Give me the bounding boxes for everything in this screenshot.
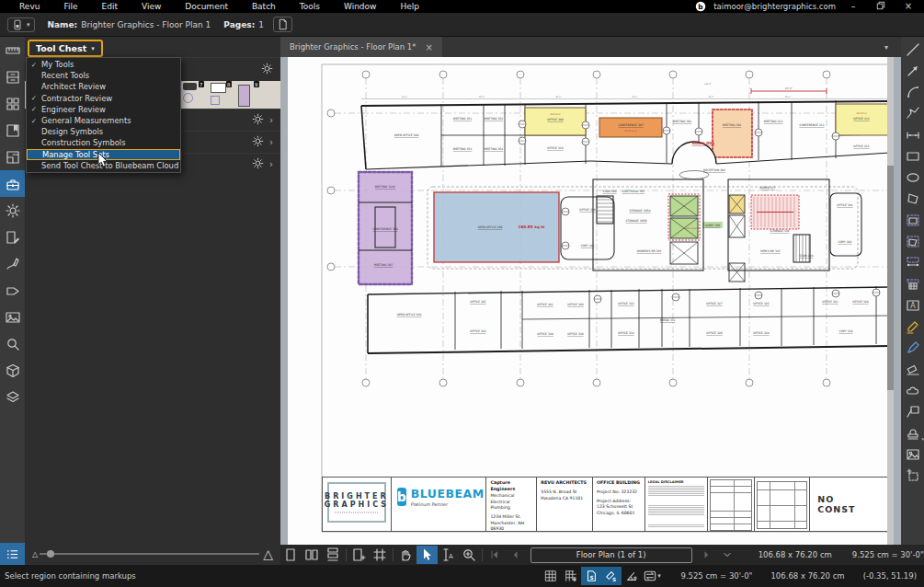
- vertical-scrollbar[interactable]: [887, 57, 894, 545]
- tool-line-button[interactable]: [901, 39, 924, 60]
- tool-chest-dropdown-button[interactable]: Tool Chest ▾: [28, 40, 103, 57]
- tool-polygon-button[interactable]: [901, 188, 924, 209]
- menu-item-construction-symbols[interactable]: Construction Symbols: [27, 137, 180, 148]
- single-page-button[interactable]: [280, 546, 302, 564]
- tool-polyline-button[interactable]: [901, 103, 924, 124]
- menu-item-engineer-review[interactable]: ✓Engineer Review: [27, 104, 180, 115]
- document-tab[interactable]: Brighter Graphics - Floor Plan 1* ×: [280, 37, 442, 57]
- document-canvas[interactable]: 30'-0"30'-0"30'-0"30'-0"30'-0"30'-0"210'…: [280, 57, 901, 545]
- panel-tab-tag-icon[interactable]: [0, 277, 25, 304]
- tool-chest-item[interactable]: 8: [211, 83, 229, 107]
- tool-sketch-rectangle-button[interactable]: [901, 210, 924, 231]
- scrollbar-thumb[interactable]: [887, 166, 894, 390]
- tool-callout-button[interactable]: [901, 401, 924, 422]
- panel-tab-search-icon[interactable]: [0, 330, 25, 357]
- menu-item-general-measurements[interactable]: ✓General Measurements: [27, 115, 180, 126]
- icon-size-slider[interactable]: [40, 553, 259, 555]
- menu-file[interactable]: File: [51, 2, 89, 11]
- page-indicator[interactable]: Floor Plan (1 of 1): [530, 547, 692, 563]
- minimize-button[interactable]: –: [843, 1, 863, 12]
- crop-page-button[interactable]: [370, 546, 391, 564]
- menu-document[interactable]: Document: [173, 2, 240, 11]
- status-snap-grid-toggle[interactable]: [561, 567, 581, 585]
- select-button[interactable]: [416, 546, 438, 564]
- gear-icon[interactable]: [261, 61, 273, 78]
- panel-tab-spaces-icon[interactable]: [0, 144, 25, 170]
- panel-tab-thumbnails-icon[interactable]: [0, 90, 25, 117]
- gear-icon[interactable]: [252, 133, 264, 151]
- tool-sketch-length-button[interactable]: [901, 252, 924, 273]
- tool-stamp-button[interactable]: ▾: [901, 422, 924, 443]
- slider-knob[interactable]: [47, 550, 54, 558]
- menu-item-recent-tools[interactable]: Recent Tools: [27, 70, 180, 81]
- select-text-button[interactable]: A: [438, 546, 459, 564]
- gear-icon[interactable]: [252, 155, 264, 173]
- menu-help[interactable]: Help: [388, 2, 431, 11]
- tool-sketch-area-button[interactable]: [901, 273, 924, 294]
- status-snap-markup-toggle[interactable]: S: [601, 567, 622, 585]
- restore-button[interactable]: [871, 1, 891, 13]
- markups-list-toggle-button[interactable]: [0, 543, 25, 565]
- menu-revu[interactable]: Revu: [7, 2, 51, 11]
- menu-item-contractor-review[interactable]: ✓Contractor Review: [27, 93, 180, 104]
- next-page-button[interactable]: [696, 546, 717, 564]
- status-grid-toggle[interactable]: [541, 567, 561, 585]
- menu-item-architect-review[interactable]: Architect Review: [27, 81, 180, 92]
- close-button[interactable]: ×: [898, 1, 918, 12]
- menu-window[interactable]: Window: [332, 2, 389, 11]
- create-pdf-button[interactable]: [273, 17, 292, 32]
- panel-tab-bookmark-icon[interactable]: [0, 117, 25, 144]
- menu-view[interactable]: View: [130, 2, 173, 11]
- status-snap-content-toggle[interactable]: S: [581, 567, 601, 585]
- tool-cloud-button[interactable]: [901, 380, 924, 401]
- file-menu-button[interactable]: ▾: [7, 17, 35, 32]
- panel-tab-sets-icon[interactable]: [0, 384, 25, 410]
- menu-edit[interactable]: Edit: [89, 2, 129, 11]
- tool-rectangle-button[interactable]: [901, 145, 924, 167]
- panel-tab-properties-icon[interactable]: [0, 197, 25, 224]
- menu-item-my-tools[interactable]: ✓My Tools: [27, 59, 180, 70]
- first-page-button[interactable]: [485, 546, 506, 564]
- tool-highlighter-button[interactable]: [901, 316, 924, 337]
- gear-icon[interactable]: [252, 111, 264, 129]
- tab-list-chevron-icon[interactable]: ▾: [884, 43, 901, 52]
- page-menu-chevron-icon[interactable]: [717, 546, 738, 564]
- account-email[interactable]: taimoor@brightergraphics.com: [713, 2, 836, 11]
- insert-page-button[interactable]: [348, 546, 370, 564]
- panel-tab-model-icon[interactable]: [0, 357, 25, 384]
- tool-image-button[interactable]: [901, 444, 924, 466]
- panel-tab-markups-list-icon[interactable]: [0, 224, 25, 250]
- panel-tab-ruler-icon[interactable]: [0, 37, 25, 63]
- tool-chest-item[interactable]: 7: [183, 83, 201, 107]
- zoom-button[interactable]: [459, 546, 480, 564]
- continuous-button[interactable]: [323, 546, 344, 564]
- panel-tab-drawer-icon[interactable]: [0, 63, 25, 90]
- tool-sketch-polygon-button[interactable]: [901, 231, 924, 252]
- panel-tab-media-icon[interactable]: [0, 304, 25, 330]
- tool-ellipse-button[interactable]: [901, 167, 924, 188]
- status-scale[interactable]: 9.525 cm = 30'-0": [680, 571, 752, 581]
- menu-batch[interactable]: Batch: [240, 2, 288, 11]
- status-reuse-toggle[interactable]: ▾: [642, 567, 662, 585]
- svg-text:A: A: [910, 302, 916, 310]
- chevron-right-icon[interactable]: ›: [269, 115, 273, 125]
- menu-item-design-symbols[interactable]: Design Symbols: [27, 126, 180, 137]
- menu-tools[interactable]: Tools: [288, 2, 332, 11]
- tool-arc-button[interactable]: [901, 81, 924, 102]
- tool-arrow-button[interactable]: [901, 60, 924, 81]
- chevron-right-icon[interactable]: ›: [269, 159, 273, 169]
- panel-tab-tool-chest-icon[interactable]: [0, 170, 25, 197]
- side-by-side-button[interactable]: [302, 546, 323, 564]
- tool-pen-button[interactable]: [901, 338, 924, 359]
- tool-length-button[interactable]: [901, 124, 924, 145]
- tool-eraser-button[interactable]: [901, 359, 924, 380]
- tool-chest-item[interactable]: 9: [238, 83, 257, 107]
- pan-button[interactable]: [395, 546, 416, 564]
- tool-text-box-button[interactable]: A: [901, 294, 924, 316]
- panel-tab-signature-icon[interactable]: [0, 250, 25, 277]
- tool-snapshot-button[interactable]: [901, 466, 924, 487]
- tab-close-icon[interactable]: ×: [426, 42, 433, 52]
- status-angle-toggle[interactable]: [622, 567, 642, 585]
- chevron-right-icon[interactable]: ›: [269, 137, 273, 147]
- previous-page-button[interactable]: [506, 546, 527, 564]
